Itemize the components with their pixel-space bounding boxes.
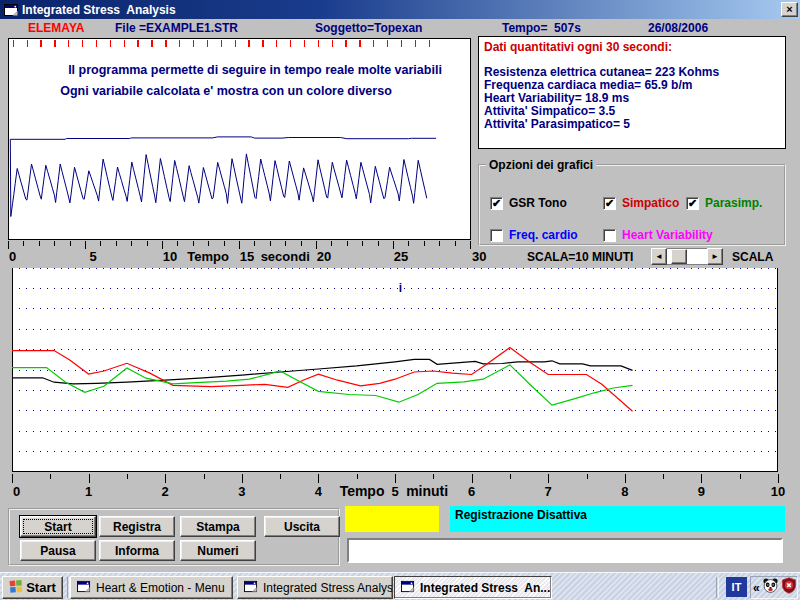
svg-text:Tempo: Tempo — [187, 249, 229, 264]
series-parasimp- — [12, 365, 633, 405]
svg-text:15: 15 — [240, 249, 254, 264]
close-icon: × — [786, 4, 792, 15]
checkbox-label-heart-variability: Heart Variability — [622, 228, 713, 242]
stampa-button[interactable]: Stampa — [180, 516, 256, 537]
svg-text:25: 25 — [394, 249, 408, 264]
taskbar-task-2[interactable]: Integrated Stress Analysis — [237, 576, 393, 599]
option-simpatico[interactable]: ✔Simpatico — [603, 196, 679, 210]
data-panel-title: Dati quantitativi ogni 30 secondi: — [484, 40, 780, 54]
task-label: Heart & Emotion - Menu — [96, 581, 225, 595]
informa-button[interactable]: Informa — [99, 540, 175, 561]
tray-separator — [716, 577, 719, 598]
svg-text:7: 7 — [545, 484, 552, 499]
svg-text:30: 30 — [472, 249, 486, 264]
series-gsr-tono — [12, 359, 633, 384]
option-parasimp[interactable]: ✔Parasimp. — [686, 196, 762, 210]
svg-text:0: 0 — [9, 249, 16, 264]
checkbox-gsr-tono[interactable]: ✔ — [490, 197, 503, 210]
option-freq-cardio[interactable]: Freq. cardio — [490, 228, 578, 242]
form-icon — [4, 3, 19, 17]
svg-text:secondi: secondi — [261, 249, 310, 264]
svg-text:1: 1 — [85, 484, 92, 499]
svg-text:3: 3 — [238, 484, 245, 499]
header-bar: ELEMAYA File =EXAMPLE1.STR Soggetto=Tope… — [0, 19, 800, 37]
quantitative-data-panel: Dati quantitativi ogni 30 secondi: Resis… — [478, 36, 786, 149]
options-row-2: Freq. cardioHeart Variability — [480, 228, 784, 244]
cursor-annotation: i — [399, 281, 402, 295]
checkbox-label-gsr-tono: GSR Tono — [509, 196, 567, 210]
checkbox-label-parasimp: Parasimp. — [705, 196, 762, 210]
uscita-button[interactable]: Uscita — [264, 516, 340, 537]
data-line-parasympathetic: Attivita' Parasimpatico= 5 — [484, 118, 780, 131]
panda-tray-icon[interactable] — [762, 577, 779, 598]
start-button[interactable]: Start — [20, 516, 96, 537]
checkbox-label-simpatico: Simpatico — [622, 196, 679, 210]
start-button-label: Start — [26, 580, 56, 595]
window-titlebar: Integrated Stress Analysis × — [0, 0, 800, 19]
status-banner: Registrazione Disattiva — [450, 506, 785, 532]
file-label: File =EXAMPLE1.STR — [115, 21, 238, 35]
top-x-axis — [9, 241, 471, 249]
message-field[interactable] — [347, 538, 783, 563]
brand-label: ELEMAYA — [28, 21, 84, 35]
svg-text:6: 6 — [468, 484, 475, 499]
taskbar-task-3[interactable]: Integrated Stress An... — [394, 576, 552, 599]
start-button[interactable]: Start — [2, 576, 63, 599]
svg-text:minuti: minuti — [406, 483, 448, 499]
svg-text:2: 2 — [162, 484, 169, 499]
windows-logo-icon — [9, 579, 23, 596]
controls-panel: StartRegistraStampaUscitaPausaInformaNum… — [8, 508, 340, 566]
antivirus-shield-tray-icon[interactable] — [781, 577, 797, 598]
beat-markers — [13, 40, 429, 47]
status-yellow-box — [345, 506, 439, 532]
scale-scrollbar[interactable]: ◄ ► — [651, 248, 723, 265]
form-icon — [401, 580, 415, 596]
svg-text:5: 5 — [391, 484, 398, 499]
chart-note-2: Ogni variabile calcolata e' mostra con u… — [60, 84, 392, 98]
task-label: Integrated Stress An... — [420, 581, 550, 595]
registra-button[interactable]: Registra — [99, 516, 175, 537]
form-icon — [77, 580, 91, 596]
chart-options-group: Opzioni dei grafici ✔GSR Tono✔Simpatico✔… — [478, 158, 786, 246]
scale-label: SCALA=10 MINUTI — [527, 250, 633, 264]
realtime-chart: Il programma permette di seguire in temp… — [8, 38, 500, 264]
svg-text:9: 9 — [698, 484, 705, 499]
checkbox-simpatico[interactable]: ✔ — [603, 197, 616, 210]
svg-text:Tempo: Tempo — [340, 483, 385, 499]
gridlines — [12, 268, 778, 452]
option-gsr-tono[interactable]: ✔GSR Tono — [490, 196, 567, 210]
system-tray: « — [750, 576, 798, 599]
svg-text:10: 10 — [771, 484, 785, 499]
svg-text:0: 0 — [13, 484, 20, 499]
checkbox-freq-cardio[interactable] — [490, 229, 503, 242]
svg-text:20: 20 — [317, 249, 331, 264]
pausa-button[interactable]: Pausa — [20, 540, 96, 561]
date-label: 26/08/2006 — [648, 21, 708, 35]
svg-text:8: 8 — [621, 484, 628, 499]
svg-text:5: 5 — [89, 249, 96, 264]
scrollbar-thumb[interactable] — [671, 249, 687, 264]
language-indicator[interactable]: IT — [726, 577, 747, 597]
option-heart-variability[interactable]: Heart Variability — [603, 228, 713, 242]
checkbox-heart-variability[interactable] — [603, 229, 616, 242]
taskbar: Start Heart & Emotion - MenuIntegrated S… — [0, 572, 800, 600]
scrollbar-track[interactable] — [667, 248, 707, 265]
scrollbar-left-arrow[interactable]: ◄ — [651, 248, 667, 265]
close-button[interactable]: × — [781, 2, 798, 17]
numeri-button[interactable]: Numeri — [180, 540, 256, 561]
tray-chevron-icon[interactable]: « — [753, 581, 760, 595]
task-label: Integrated Stress Analysis — [263, 581, 393, 595]
svg-text:4: 4 — [315, 484, 323, 499]
checkbox-parasimp[interactable]: ✔ — [686, 197, 699, 210]
checkbox-label-freq-cardio: Freq. cardio — [509, 228, 578, 242]
chart-note-1: Il programma permette di seguire in temp… — [68, 63, 442, 77]
trend-chart: i012345678910Tempominuti — [8, 262, 798, 502]
status-banner-text: Registrazione Disattiva — [455, 508, 587, 522]
scrollbar-right-arrow[interactable]: ► — [707, 248, 723, 265]
time-label: Tempo= 507s — [502, 21, 581, 35]
svg-text:10: 10 — [163, 249, 177, 264]
series-simpatico — [12, 348, 633, 412]
chart-options-legend: Opzioni dei grafici — [486, 158, 596, 172]
taskbar-task-1[interactable]: Heart & Emotion - Menu — [70, 576, 233, 599]
subject-label: Soggetto=Topexan — [315, 21, 422, 35]
